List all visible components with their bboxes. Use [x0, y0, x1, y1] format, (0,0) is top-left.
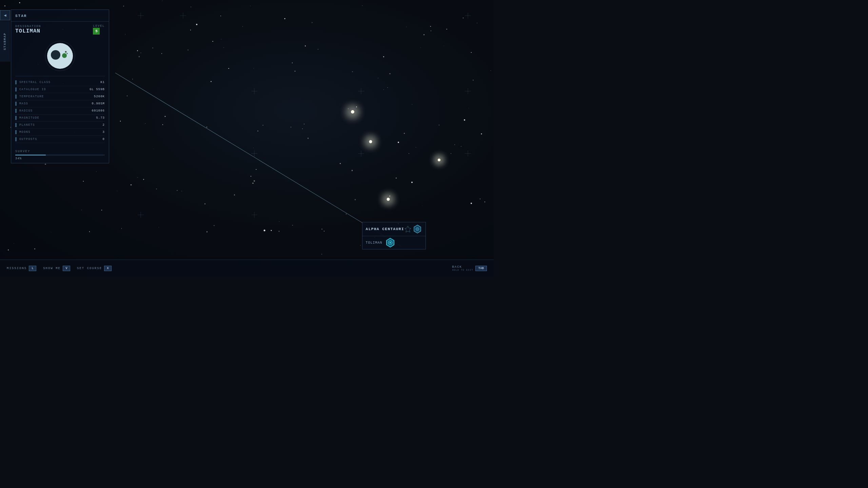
stat-row: PLANETS 2 [15, 122, 105, 129]
stat-highlight [15, 123, 17, 127]
stat-row: OUTPOSTS 0 [15, 136, 105, 143]
star-dot [101, 210, 102, 210]
stat-label: OUTPOSTS [19, 138, 37, 141]
star-dot [438, 159, 440, 161]
stat-value: K1 [100, 81, 105, 84]
star-dot [481, 134, 482, 135]
ship-hex-icon [413, 224, 422, 234]
star-dot [206, 127, 207, 127]
starmap-text: STARMAP [3, 33, 7, 50]
stat-highlight [15, 102, 17, 106]
stat-highlight [15, 130, 17, 134]
panel-type-label: STAR [15, 14, 27, 18]
missions-label: MISSIONS [7, 267, 27, 270]
star-dot [471, 203, 472, 204]
back-sublabel: HOLD TO EXIT [452, 269, 473, 271]
stat-highlight [15, 95, 17, 99]
designation-row: DESIGNATION TOLIMAN LEVEL 5 [15, 24, 105, 35]
stat-highlight [15, 87, 17, 92]
star-dot [284, 18, 285, 19]
survey-label: SURVEY [15, 150, 105, 153]
stat-row: MOONS 3 [15, 129, 105, 136]
svg-point-25 [51, 50, 60, 60]
collapse-arrow-icon: ◀ [4, 13, 6, 18]
missions-hud-item: MISSIONS L [7, 266, 36, 271]
star-visual [15, 37, 105, 76]
stat-label: CATALOGUE ID [19, 88, 46, 91]
stat-highlight [15, 109, 17, 113]
sub-system-name: TOLIMAN [366, 241, 382, 245]
level-label: LEVEL [93, 24, 105, 28]
svg-point-28 [66, 53, 68, 54]
stat-value: GL 559B [90, 88, 105, 91]
stat-row: MAGNITUDE 5.73 [15, 115, 105, 122]
star-dot [398, 142, 399, 143]
svg-point-34 [390, 242, 391, 243]
panel-content: DESIGNATION TOLIMAN LEVEL 5 [11, 22, 109, 163]
stat-row: MASS 0.90SM [15, 100, 105, 107]
stat-value: 601086 [92, 109, 105, 113]
stat-row: RADIUS 601086 [15, 107, 105, 115]
show-me-label: SHOW ME [43, 267, 61, 270]
stat-value: 0 [103, 138, 105, 141]
set-course-hud-item: SET COURSE X [77, 266, 112, 271]
tooltip-sub: TOLIMAN [362, 236, 426, 249]
missions-key[interactable]: L [29, 266, 36, 271]
stat-value: 5260K [94, 95, 105, 98]
set-course-key[interactable]: X [104, 266, 112, 271]
set-course-label: SET COURSE [77, 267, 102, 270]
star-dot [251, 176, 251, 177]
show-me-hud-item: SHOW ME V [43, 266, 70, 271]
stat-value: 0.90SM [92, 102, 105, 105]
stat-label: SPECTRAL CLASS [19, 81, 51, 84]
sidebar-collapse-button[interactable]: ◀ [0, 10, 10, 20]
svg-point-26 [62, 53, 67, 58]
stat-highlight [15, 137, 17, 141]
survey-percent: 34% [15, 157, 105, 160]
star-illustration [45, 41, 75, 71]
bottom-hud: MISSIONS L SHOW ME V SET COURSE X BACK H… [0, 260, 494, 277]
back-tab-key[interactable]: TAB [475, 266, 487, 271]
stat-value: 2 [103, 123, 105, 127]
star-dot [196, 24, 197, 25]
tooltip-header: ALPHA CENTAURI [362, 222, 426, 236]
star-dot [264, 230, 265, 231]
back-hud-item: BACK HOLD TO EXIT TAB [452, 265, 487, 271]
stat-label: MOONS [19, 130, 31, 134]
level-badge: 5 [93, 28, 100, 35]
panel-header: STAR [11, 10, 109, 22]
star-info-panel: STAR DESIGNATION TOLIMAN LEVEL 5 [11, 9, 109, 163]
survey-bar-fill [15, 155, 46, 156]
stat-label: TEMPERATURE [19, 95, 44, 98]
system-icons [404, 224, 422, 234]
stat-value: 3 [103, 130, 105, 134]
back-label: BACK [452, 265, 473, 269]
svg-point-31 [416, 227, 419, 231]
system-tooltip: ALPHA CENTAURI TOLIMAN [362, 222, 426, 249]
star-dot [369, 140, 372, 143]
star-dot [19, 2, 20, 3]
stats-table: SPECTRAL CLASS K1 CATALOGUE ID GL 559B T… [15, 79, 105, 143]
stat-value: 5.73 [96, 116, 105, 120]
stat-row: SPECTRAL CLASS K1 [15, 79, 105, 86]
main-system-name: ALPHA CENTAURI [366, 227, 404, 231]
stat-highlight [15, 116, 17, 120]
stat-label: RADIUS [19, 109, 33, 113]
stat-row: CATALOGUE ID GL 559B [15, 86, 105, 93]
starmap-sidebar-label: STARMAP [0, 21, 10, 62]
stat-row: TEMPERATURE 5260K [15, 93, 105, 100]
svg-marker-29 [405, 226, 411, 232]
star-dot [351, 110, 354, 114]
show-me-key[interactable]: V [63, 266, 70, 271]
star-dot [411, 182, 413, 183]
star-dot [295, 71, 295, 72]
stat-label: MAGNITUDE [19, 116, 39, 120]
designation-label: DESIGNATION [15, 25, 41, 28]
svg-point-27 [65, 51, 67, 53]
target-hex-icon [385, 238, 395, 248]
stat-highlight [15, 80, 17, 84]
stat-label: MASS [19, 102, 28, 105]
star-dot [271, 230, 272, 231]
star-dot [387, 198, 390, 201]
star-dot [464, 119, 465, 121]
